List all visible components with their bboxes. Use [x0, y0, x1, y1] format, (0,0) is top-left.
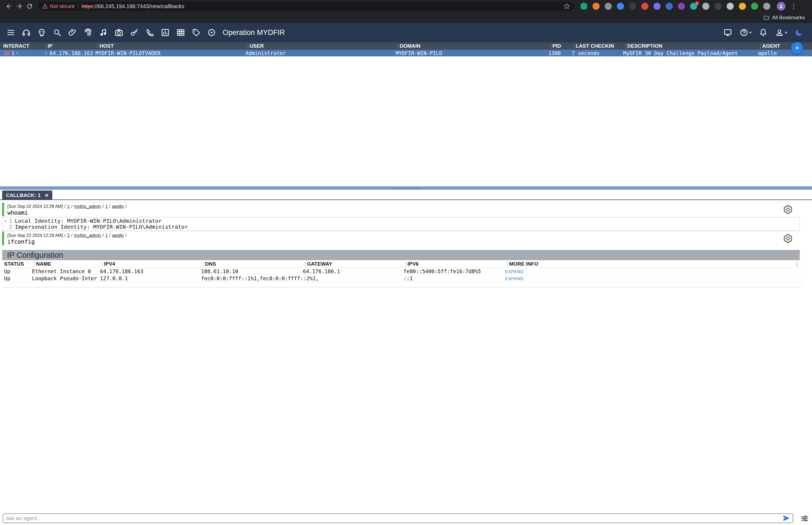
- c2-phone-icon[interactable]: [144, 26, 156, 39]
- extension-icon[interactable]: [763, 3, 770, 10]
- files-paperclip-icon[interactable]: [67, 26, 79, 39]
- operator-link[interactable]: mythic_admin: [74, 204, 101, 209]
- column-header-domain[interactable]: ⋮DOMAIN: [394, 43, 546, 49]
- expand-link[interactable]: EXPAND: [505, 276, 524, 281]
- feedback-monitor-icon[interactable]: [723, 28, 732, 37]
- table-menu-icon[interactable]: ⋮: [794, 261, 799, 267]
- operation-name-button[interactable]: Operation MYDFIR: [223, 28, 285, 37]
- search-icon[interactable]: [51, 26, 63, 39]
- address-bar[interactable]: Not secure https://66.245.194.186:7443/n…: [38, 2, 574, 11]
- help-icon[interactable]: ▾: [740, 28, 752, 37]
- task-id-link[interactable]: 2: [67, 233, 70, 238]
- agent-link[interactable]: apollo: [112, 233, 124, 238]
- interact-cell[interactable]: 1 ▾: [0, 50, 42, 56]
- column-menu-icon[interactable]: ⋮: [623, 43, 626, 49]
- task-settings-gear-icon[interactable]: [783, 234, 793, 243]
- add-button[interactable]: +: [791, 42, 803, 54]
- task-settings-gear-icon[interactable]: [783, 205, 793, 214]
- column-header-status[interactable]: STATUS: [2, 261, 30, 267]
- column-menu-icon[interactable]: ⋮: [201, 261, 204, 267]
- chevron-down-icon[interactable]: ▾: [16, 51, 18, 55]
- column-header-user[interactable]: ⋮USER: [243, 43, 394, 49]
- reload-button[interactable]: [25, 1, 35, 11]
- not-secure-chip[interactable]: Not secure: [42, 3, 75, 9]
- column-menu-icon[interactable]: ⋮: [95, 43, 98, 49]
- reporting-chart-icon[interactable]: [159, 26, 171, 39]
- menu-icon[interactable]: [5, 26, 17, 39]
- extension-icon[interactable]: [727, 3, 734, 10]
- prompt-settings-tune-icon[interactable]: [801, 514, 809, 523]
- column-header-interact[interactable]: INTERACT: [0, 43, 42, 49]
- pane-splitter[interactable]: ·········: [0, 186, 812, 190]
- table-grid-icon[interactable]: [175, 26, 187, 39]
- keyboard-icon[interactable]: [4, 50, 10, 56]
- column-menu-icon[interactable]: ⋮: [32, 261, 35, 267]
- column-header-ip[interactable]: ⋮IP: [42, 43, 93, 49]
- ask-agent-input[interactable]: [6, 515, 782, 522]
- extension-icon[interactable]: [739, 3, 746, 10]
- column-header-description[interactable]: ⋮DESCRIPTION: [621, 43, 756, 49]
- column-header-ipv6[interactable]: ⋮IPV6: [401, 261, 503, 267]
- column-header-dns[interactable]: ⋮DNS: [199, 261, 301, 267]
- extension-icon[interactable]: [678, 3, 685, 10]
- collapse-caret-icon[interactable]: ▾: [2, 219, 9, 223]
- forward-button[interactable]: [14, 1, 25, 11]
- expand-arrows-icon[interactable]: [44, 51, 48, 55]
- column-menu-icon[interactable]: ⋮: [758, 43, 761, 49]
- column-header-more-info[interactable]: ⋮MORE INFO: [503, 261, 802, 267]
- column-menu-icon[interactable]: ⋮: [245, 43, 248, 49]
- column-header-pid[interactable]: ⋮PID: [546, 43, 569, 49]
- credentials-key-icon[interactable]: [128, 26, 140, 39]
- music-notes-icon[interactable]: [97, 26, 109, 39]
- extension-icon[interactable]: [593, 3, 600, 10]
- extension-icon[interactable]: [617, 3, 624, 10]
- dark-mode-moon-icon[interactable]: [795, 28, 803, 37]
- column-menu-icon[interactable]: ⋮: [548, 43, 551, 49]
- tab-callback-1[interactable]: CALLBACK: 1 ×: [2, 191, 52, 200]
- task-id-link[interactable]: 1: [67, 204, 70, 209]
- agent-link[interactable]: apollo: [112, 204, 124, 209]
- profile-avatar[interactable]: [777, 2, 785, 11]
- column-menu-icon[interactable]: ⋮: [396, 43, 398, 49]
- extension-icon[interactable]: [654, 3, 661, 10]
- callbacks-headset-icon[interactable]: [20, 26, 32, 39]
- bookmark-star-icon[interactable]: [564, 3, 570, 10]
- tags-icon[interactable]: [190, 26, 202, 39]
- close-icon[interactable]: ×: [45, 193, 48, 198]
- extension-icon[interactable]: 1: [690, 3, 697, 10]
- notifications-bell-icon[interactable]: [759, 28, 768, 37]
- mythic-logo-skull-icon[interactable]: [36, 26, 48, 39]
- send-icon[interactable]: [782, 514, 790, 522]
- all-bookmarks-button[interactable]: All Bookmarks: [772, 15, 805, 20]
- extension-icon[interactable]: [629, 3, 636, 10]
- extension-icon[interactable]: [702, 3, 709, 10]
- callback-id-link[interactable]: 1: [105, 233, 108, 238]
- column-menu-icon[interactable]: ⋮: [403, 261, 406, 267]
- column-header-host[interactable]: ⋮HOST: [93, 43, 243, 49]
- column-header-ipv4[interactable]: ⋮IPV4: [98, 261, 199, 267]
- column-header-last-checkin[interactable]: ⋮LAST CHECKIN: [569, 43, 621, 49]
- operator-link[interactable]: mythic_admin: [74, 233, 101, 238]
- fingerprint-icon[interactable]: [82, 26, 94, 39]
- expand-link[interactable]: EXPAND: [505, 269, 524, 274]
- screenshots-camera-icon[interactable]: [113, 26, 125, 39]
- column-menu-icon[interactable]: ⋮: [44, 43, 46, 49]
- extension-icon[interactable]: [641, 3, 648, 10]
- callback-id-link[interactable]: 1: [105, 204, 108, 209]
- column-menu-icon[interactable]: ⋮: [303, 261, 306, 267]
- callback-row[interactable]: 1 ▾ 64.176.186.163 MYDFIR-WIN-PILOTVADER…: [0, 49, 812, 56]
- extension-icon[interactable]: [666, 3, 673, 10]
- column-header-name[interactable]: ⋮NAME: [30, 261, 98, 267]
- extension-icon[interactable]: [580, 3, 587, 10]
- column-menu-icon[interactable]: ⋮: [572, 43, 574, 49]
- drag-handle-dots[interactable]: ·········: [393, 188, 419, 189]
- account-person-icon[interactable]: ▾: [775, 28, 787, 37]
- column-header-agent[interactable]: ⋮AGENT: [756, 43, 812, 49]
- back-button[interactable]: [4, 1, 14, 11]
- column-menu-icon[interactable]: ⋮: [505, 261, 508, 267]
- extension-icon[interactable]: [715, 3, 721, 10]
- extension-icon[interactable]: [751, 3, 758, 10]
- column-header-gateway[interactable]: ⋮GATEWAY: [301, 261, 401, 267]
- browser-menu-icon[interactable]: ⋮: [790, 3, 797, 10]
- extension-icon[interactable]: [605, 3, 612, 10]
